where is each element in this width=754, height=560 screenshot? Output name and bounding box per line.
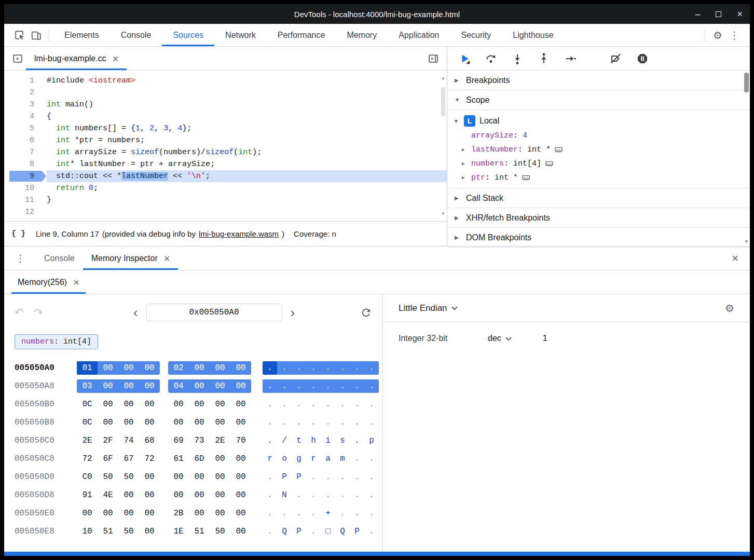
memory-byte[interactable]: 1E — [168, 525, 189, 538]
ascii-char[interactable]: . — [277, 398, 292, 411]
ascii-char[interactable]: . — [335, 488, 350, 502]
ascii-char[interactable]: . — [263, 434, 277, 447]
memory-byte[interactable]: 2B — [168, 507, 189, 520]
memory-byte[interactable]: 00 — [139, 361, 160, 375]
ascii-char[interactable]: r — [263, 452, 277, 466]
pause-on-exceptions-icon[interactable] — [636, 52, 649, 65]
ascii-char[interactable]: . — [292, 416, 306, 429]
ascii-char[interactable]: g — [292, 452, 306, 466]
memory-byte[interactable]: 67 — [118, 452, 139, 466]
memory-byte[interactable]: 00 — [139, 379, 160, 393]
memory-byte[interactable]: 00 — [189, 379, 210, 393]
minimize-button[interactable]: – — [695, 9, 700, 19]
scope-variable[interactable]: ▶ptr: int * — [447, 171, 750, 185]
memory-byte[interactable]: 00 — [168, 470, 189, 484]
ascii-char[interactable]: . — [335, 470, 350, 484]
memory-byte[interactable]: 00 — [189, 470, 210, 484]
memory-byte[interactable]: 00 — [189, 361, 210, 375]
scroll-up-icon[interactable]: ▲ — [442, 72, 445, 84]
memory-byte[interactable]: 00 — [98, 416, 118, 429]
memory-byte[interactable]: 00 — [118, 488, 139, 502]
ascii-char[interactable]: p — [364, 434, 379, 447]
code-line[interactable]: { — [47, 111, 447, 122]
memory-inspector-icon[interactable] — [554, 146, 563, 154]
ascii-char[interactable]: . — [350, 416, 364, 429]
code-line[interactable]: return 0; — [47, 182, 447, 194]
close-tab-icon[interactable]: × — [73, 277, 79, 288]
close-window-button[interactable]: × — [737, 9, 743, 19]
section-dom-breakpoints[interactable]: ▶ DOM Breakpoints — [447, 228, 750, 248]
tab-elements[interactable]: Elements — [53, 24, 110, 46]
scroll-down-icon[interactable]: ▼ — [442, 208, 445, 220]
memory-byte[interactable]: 00 — [230, 452, 251, 466]
close-file-icon[interactable]: × — [113, 53, 119, 64]
memory-byte[interactable]: 00 — [118, 398, 139, 411]
ascii-char[interactable]: . — [306, 507, 321, 520]
memory-byte[interactable]: 02 — [168, 361, 189, 375]
scope-variable[interactable]: arraySize: 4 — [447, 129, 750, 143]
memory-byte[interactable]: 00 — [189, 398, 210, 411]
memory-byte[interactable]: 00 — [168, 488, 189, 502]
ascii-char[interactable]: . — [364, 361, 379, 375]
history-back-icon[interactable]: ↶ — [15, 306, 24, 319]
memory-inspector-icon[interactable] — [522, 174, 530, 182]
ascii-char[interactable]: . — [277, 416, 292, 429]
memory-byte[interactable]: 00 — [139, 398, 160, 411]
memory-byte[interactable]: 69 — [168, 434, 189, 447]
scope-local-row[interactable]: ▼ L Local — [447, 113, 750, 129]
scrollbar-thumb[interactable] — [441, 87, 445, 116]
scope-variable[interactable]: ▶numbers: int[4] — [447, 157, 750, 171]
memory-byte[interactable]: 00 — [230, 416, 251, 429]
ascii-char[interactable]: . — [263, 525, 277, 538]
memory-byte[interactable]: 00 — [98, 379, 118, 393]
memory-byte[interactable]: 00 — [118, 507, 139, 520]
refresh-icon[interactable] — [357, 307, 372, 319]
ascii-char[interactable]: . — [306, 379, 321, 393]
ascii-char[interactable]: . — [306, 488, 321, 502]
ascii-char[interactable]: . — [364, 398, 379, 411]
highlight-chip-numbers[interactable]: numbers: int[4] — [15, 334, 98, 349]
memory-byte[interactable]: 00 — [230, 507, 251, 520]
memory-byte[interactable]: 6D — [189, 452, 210, 466]
memory-byte[interactable]: 03 — [77, 379, 98, 393]
ascii-char[interactable]: s — [335, 434, 350, 447]
ascii-char[interactable]: Q — [335, 525, 350, 538]
next-page-icon[interactable]: › — [291, 306, 295, 319]
ascii-char[interactable]: . — [263, 488, 277, 502]
code-line[interactable] — [47, 206, 447, 218]
memory-byte[interactable]: 0C — [77, 398, 98, 411]
step-icon[interactable] — [564, 52, 577, 65]
toggle-navigator-icon[interactable] — [9, 50, 26, 67]
ascii-char[interactable]: . — [321, 361, 335, 375]
ascii-char[interactable]: . — [335, 416, 350, 429]
interpreter-settings-icon[interactable]: ⚙ — [725, 303, 734, 313]
ascii-char[interactable]: . — [263, 398, 277, 411]
ascii-char[interactable]: . — [292, 398, 306, 411]
memory-byte[interactable]: 00 — [210, 361, 230, 375]
memory-byte[interactable]: 6F — [98, 452, 118, 466]
memory-byte[interactable]: 00 — [168, 398, 189, 411]
ascii-char[interactable]: a — [321, 452, 335, 466]
ascii-char[interactable]: . — [292, 507, 306, 520]
memory-byte[interactable]: 50 — [118, 470, 139, 484]
section-call-stack[interactable]: ▶ Call Stack — [447, 188, 750, 208]
tab-memory-256[interactable]: Memory(256) × — [11, 270, 86, 294]
memory-byte[interactable]: 00 — [189, 416, 210, 429]
memory-byte[interactable]: 00 — [210, 470, 230, 484]
ascii-char[interactable]: . — [292, 488, 306, 502]
format-select[interactable]: dec — [488, 334, 511, 343]
code-line[interactable]: int arraySize = sizeof(numbers)/sizeof(i… — [47, 146, 447, 158]
ascii-char[interactable]: . — [277, 361, 292, 375]
ascii-char[interactable]: . — [364, 488, 379, 502]
tab-sources[interactable]: Sources — [162, 24, 214, 46]
ascii-char[interactable]: . — [292, 379, 306, 393]
device-toolbar-icon[interactable] — [28, 27, 45, 44]
ascii-char[interactable]: P — [350, 525, 364, 538]
tab-performance[interactable]: Performance — [267, 24, 336, 46]
scope-variable[interactable]: ▶lastNumber: int * — [447, 143, 750, 157]
memory-byte[interactable]: 00 — [210, 416, 230, 429]
tab-application[interactable]: Application — [388, 24, 450, 46]
memory-byte[interactable]: 51 — [98, 525, 118, 538]
deactivate-breakpoints-icon[interactable] — [609, 52, 623, 65]
ascii-char[interactable]: . — [335, 398, 350, 411]
